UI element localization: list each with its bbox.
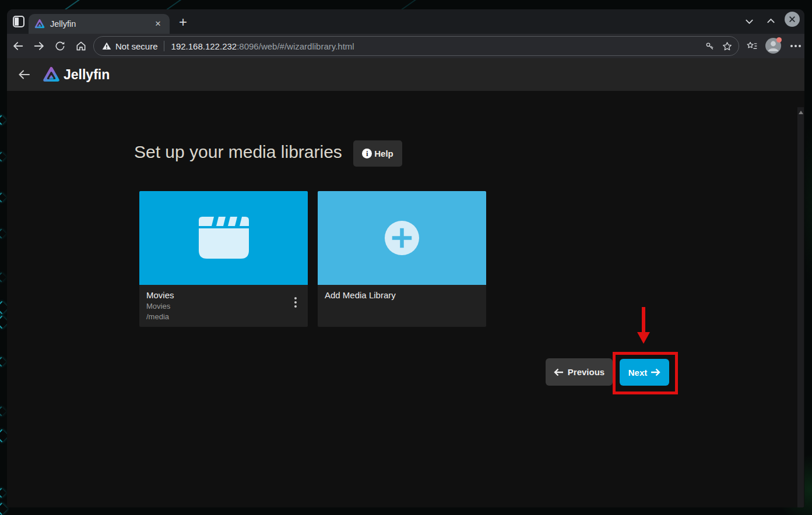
browser-toolbar: Not secure 192.168.122.232:8096/web/#/wi…	[7, 34, 804, 58]
movies-card-footer: Movies Movies /media	[139, 285, 308, 327]
page-scrollbar[interactable]	[797, 107, 804, 507]
address-bar[interactable]: Not secure 192.168.122.232:8096/web/#/wi…	[93, 36, 739, 56]
forward-icon[interactable]	[30, 34, 48, 58]
tab-overview-icon-fill	[15, 17, 19, 26]
previous-arrow-icon	[554, 368, 564, 376]
window-maximize-button[interactable]	[763, 13, 778, 29]
browser-tabstrip: Jellyfin × +	[7, 9, 804, 34]
wallpaper-chevron	[0, 193, 6, 203]
add-card-image	[318, 191, 486, 285]
tab-title: Jellyfin	[50, 19, 152, 29]
scrollbar-up-icon	[799, 111, 803, 114]
back-icon[interactable]	[9, 34, 27, 58]
wallpaper-chevron	[0, 229, 6, 239]
reload-icon[interactable]	[51, 34, 69, 58]
page-title: Set up your media libraries	[134, 142, 342, 162]
jellyfin-brand-title: Jellyfin	[64, 66, 110, 83]
url-host: 192.168.122.232	[171, 41, 237, 51]
jellyfin-favicon	[34, 19, 45, 29]
not-secure-warning-icon	[102, 41, 111, 51]
url-path: :8096/web/#/wizardlibrary.html	[237, 41, 354, 51]
url-divider	[164, 41, 164, 51]
card-title: Add Media Library	[325, 290, 479, 300]
annotation-rectangle	[613, 352, 678, 394]
card-path: /media	[146, 312, 301, 321]
card-menu-icon[interactable]	[289, 294, 302, 311]
bookmarks-list-icon[interactable]	[742, 36, 762, 57]
new-tab-button[interactable]: +	[175, 15, 191, 31]
wizard-content: Set up your media libraries i Help	[7, 91, 804, 507]
previous-button[interactable]: Previous	[546, 358, 613, 386]
page-back-icon[interactable]	[15, 66, 33, 83]
card-subtitle: Movies	[146, 302, 301, 311]
browser-menu-icon[interactable]	[787, 36, 804, 57]
browser-window: Jellyfin × +	[7, 9, 804, 507]
help-button[interactable]: i Help	[353, 140, 402, 167]
add-plus-icon	[384, 220, 420, 256]
library-card-movies[interactable]: Movies Movies /media	[139, 191, 308, 327]
annotation-arrow-line	[642, 307, 645, 333]
annotation-arrow-head	[637, 332, 650, 344]
browser-tab-jellyfin[interactable]: Jellyfin ×	[29, 14, 170, 34]
wallpaper-chevron	[0, 357, 6, 367]
movie-clapper-icon	[195, 214, 252, 262]
movies-card-image	[139, 191, 308, 285]
jellyfin-logo	[43, 66, 60, 83]
wallpaper-chevron	[0, 273, 6, 283]
password-key-icon[interactable]	[705, 41, 715, 51]
wallpaper-chevron	[0, 115, 6, 125]
help-button-label: Help	[374, 149, 393, 158]
home-icon[interactable]	[72, 34, 90, 58]
bookmark-star-icon[interactable]	[722, 41, 733, 52]
window-minimize-button[interactable]	[741, 13, 757, 29]
wallpaper-chevron	[0, 152, 6, 162]
previous-button-label: Previous	[568, 367, 604, 377]
jellyfin-page: Jellyfin Set up your media libraries i H…	[7, 58, 804, 507]
tab-close-icon[interactable]: ×	[152, 18, 164, 30]
card-title: Movies	[146, 290, 301, 300]
window-close-button[interactable]	[785, 12, 800, 27]
info-icon: i	[362, 149, 372, 158]
tab-overview-icon[interactable]	[13, 16, 24, 27]
profile-avatar[interactable]	[765, 38, 781, 54]
wallpaper-chevron	[0, 488, 6, 498]
avatar-notification-dot	[776, 37, 782, 43]
add-card-footer: Add Media Library	[318, 285, 486, 327]
jellyfin-header: Jellyfin	[7, 58, 804, 91]
add-library-card[interactable]: Add Media Library	[318, 191, 486, 327]
security-label: Not secure	[115, 41, 158, 51]
wallpaper-chevron	[0, 407, 6, 417]
